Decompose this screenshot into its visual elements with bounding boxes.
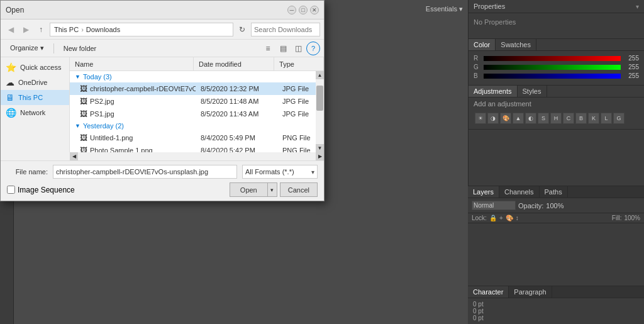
details-view-button[interactable]: ▤: [276, 42, 290, 55]
address-folder: Downloads: [86, 26, 120, 33]
scroll-thumb[interactable]: [316, 86, 323, 111]
file-label-5: Photo Sample 1.png: [90, 147, 153, 152]
format-label: All Formats (*.*): [245, 168, 294, 176]
file-row-3[interactable]: 🖼 PS1.jpg 8/5/2020 11:43 AM JPG File: [70, 108, 324, 120]
nav-onedrive[interactable]: ☁ OneDrive: [1, 75, 69, 90]
file-date-4: 8/4/2020 5:49 PM: [196, 134, 277, 142]
onedrive-icon: ☁: [6, 77, 14, 87]
nav-this-pc[interactable]: 🖥 This PC: [1, 90, 69, 105]
dialog-addressbar: ◀ ▶ ↑ This PC › Downloads ↻: [1, 20, 324, 40]
dialog-toolbar: Organize ▾ New folder ≡ ▤ ◫ ?: [1, 40, 324, 57]
list-view-button[interactable]: ≡: [261, 42, 275, 55]
file-name-2: 🖼 PS2.jpg: [80, 97, 196, 106]
open-button-group: Open ▾: [230, 182, 277, 197]
close-button[interactable]: ✕: [310, 6, 319, 14]
file-icon-4: 🖼: [80, 133, 87, 142]
file-row-5[interactable]: 🖼 Photo Sample 1.png 8/4/2020 5:42 PM PN…: [70, 144, 324, 152]
network-icon: 🌐: [6, 108, 16, 118]
file-row-1[interactable]: 🖼 christopher-campbell-rDEOVtE7vOs-unspl…: [70, 82, 324, 95]
filename-label: File name:: [7, 168, 48, 176]
address-sep: ›: [81, 26, 84, 33]
titlebar-btns: ─ □ ✕: [287, 6, 319, 14]
file-name-3: 🖼 PS1.jpg: [80, 109, 196, 118]
toolbar-separator: [53, 43, 54, 53]
organize-button[interactable]: Organize ▾: [4, 42, 50, 55]
file-date-3: 8/5/2020 11:43 AM: [196, 110, 277, 118]
search-input[interactable]: [251, 23, 320, 36]
open-arrow-button[interactable]: ▾: [267, 182, 277, 197]
file-label-4: Untitled-1.png: [90, 134, 133, 142]
file-icon-5: 🖼: [80, 146, 87, 152]
file-name-5: 🖼 Photo Sample 1.png: [80, 146, 196, 152]
format-select[interactable]: All Formats (*.*) ▾: [242, 165, 318, 179]
filename-input[interactable]: [53, 165, 237, 179]
scroll-up-button[interactable]: ▲: [316, 71, 324, 79]
maximize-button[interactable]: □: [299, 6, 308, 14]
file-name-1: 🖼 christopher-campbell-rDEOVtE7vOs-unspl…: [80, 84, 196, 93]
quick-access-icon: ⭐: [6, 62, 16, 72]
hscroll-track[interactable]: [78, 152, 316, 160]
hscroll-left-button[interactable]: ◀: [70, 152, 78, 160]
file-date-5: 8/4/2020 5:42 PM: [196, 147, 277, 152]
nav-network[interactable]: 🌐 Network: [1, 105, 69, 120]
scroll-down-button[interactable]: ▼: [316, 144, 324, 152]
group-today: ▼ Today (3): [70, 71, 324, 82]
file-label-3: PS1.jpg: [90, 110, 114, 118]
dialog-title: Open: [6, 6, 24, 14]
file-label-1: christopher-campbell-rDEOVtE7vOs-unsplas…: [90, 85, 196, 92]
filename-row: File name: All Formats (*.*) ▾: [7, 165, 318, 179]
file-date-1: 8/5/2020 12:32 PM: [196, 85, 277, 92]
yesterday-label: Yesterday (2): [83, 122, 124, 130]
back-button[interactable]: ◀: [4, 23, 17, 36]
file-row-2[interactable]: 🖼 PS2.jpg 8/5/2020 11:48 AM JPG File: [70, 95, 324, 108]
view-buttons: ≡ ▤ ◫ ?: [261, 42, 320, 55]
format-arrow-icon: ▾: [311, 169, 314, 176]
file-list-header: Name Date modified Type: [70, 57, 324, 71]
nav-pane: ⭐ Quick access ☁ OneDrive 🖥 This PC 🌐 Ne…: [1, 57, 70, 152]
dialog-titlebar: Open ─ □ ✕: [1, 1, 324, 20]
this-pc-icon: 🖥: [6, 92, 14, 103]
image-sequence-checkbox[interactable]: [7, 186, 15, 194]
vertical-scrollbar[interactable]: ▲ ▼: [316, 71, 324, 152]
today-label: Today (3): [83, 73, 112, 81]
refresh-button[interactable]: ↻: [236, 23, 248, 36]
horizontal-scrollbar[interactable]: ◀ ▶: [70, 152, 324, 160]
col-header-type[interactable]: Type: [274, 57, 324, 70]
yesterday-arrow: ▼: [75, 123, 80, 129]
nav-onedrive-label: OneDrive: [18, 79, 47, 86]
address-root: This PC: [54, 26, 79, 33]
dialog-bottom: File name: All Formats (*.*) ▾ Image Seq…: [1, 160, 324, 201]
file-label-2: PS2.jpg: [90, 98, 114, 105]
col-header-name[interactable]: Name: [70, 57, 194, 70]
today-arrow: ▼: [75, 74, 80, 80]
dialog-overlay: Open ─ □ ✕ ◀ ▶ ↑ This PC › Downloads ↻ O…: [0, 0, 644, 324]
cancel-button[interactable]: Cancel: [280, 182, 318, 197]
dialog-content: ⭐ Quick access ☁ OneDrive 🖥 This PC 🌐 Ne…: [1, 57, 324, 152]
forward-button[interactable]: ▶: [19, 23, 32, 36]
nav-quick-access[interactable]: ⭐ Quick access: [1, 60, 69, 75]
minimize-button[interactable]: ─: [287, 6, 296, 14]
new-folder-button[interactable]: New folder: [58, 42, 103, 55]
file-date-2: 8/5/2020 11:48 AM: [196, 98, 277, 105]
nav-this-pc-label: This PC: [18, 94, 43, 101]
hscroll-right-button[interactable]: ▶: [316, 152, 324, 160]
file-icon-2: 🖼: [80, 97, 87, 106]
scroll-track[interactable]: [316, 79, 324, 144]
file-name-4: 🖼 Untitled-1.png: [80, 133, 196, 142]
address-bar[interactable]: This PC › Downloads: [50, 23, 233, 36]
up-button[interactable]: ↑: [35, 23, 47, 36]
file-icon-3: 🖼: [80, 109, 87, 118]
file-icon-1: 🖼: [80, 84, 87, 93]
nav-quick-access-label: Quick access: [20, 64, 61, 71]
image-sequence-label: Image Sequence: [18, 186, 75, 194]
col-header-date[interactable]: Date modified: [194, 57, 274, 70]
preview-button[interactable]: ◫: [291, 42, 305, 55]
file-row-4[interactable]: 🖼 Untitled-1.png 8/4/2020 5:49 PM PNG Fi…: [70, 131, 324, 144]
file-list-area: Name Date modified Type ▼ Today (3) 🖼 ch…: [70, 57, 324, 152]
open-dialog: Open ─ □ ✕ ◀ ▶ ↑ This PC › Downloads ↻ O…: [0, 0, 325, 201]
group-yesterday: ▼ Yesterday (2): [70, 120, 324, 131]
help-button[interactable]: ?: [306, 42, 320, 55]
open-main-button[interactable]: Open: [230, 182, 267, 197]
nav-network-label: Network: [20, 109, 45, 116]
image-sequence-row: Image Sequence: [7, 186, 75, 194]
